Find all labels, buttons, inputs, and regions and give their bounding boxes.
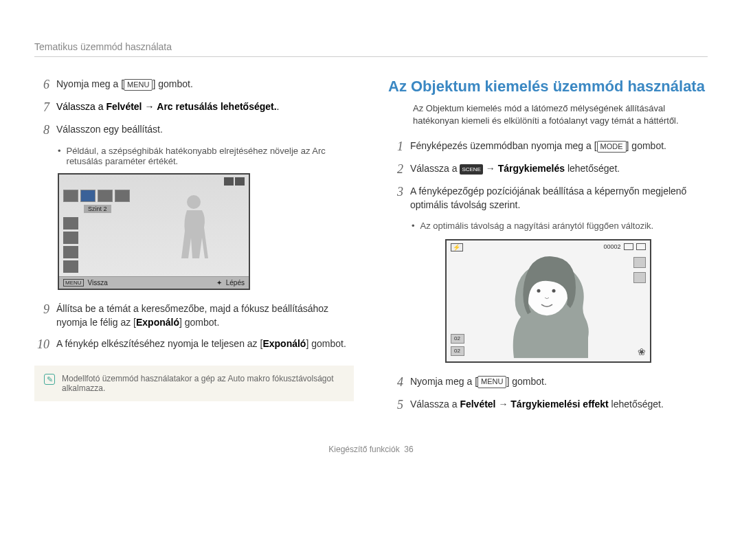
back-label: Vissza (88, 279, 108, 287)
left-column: 6 Nyomja meg a [MENU] gombot. 7 Válassza… (34, 78, 354, 421)
blur-indicator-icon: 02 (451, 334, 464, 344)
svg-point-2 (552, 289, 555, 292)
camera-screen-face-retouch: Szint 2 MENUVissza ✦Lépés (58, 173, 250, 290)
step-7: 7 Válassza a Felvétel → Arc retusálás le… (34, 100, 354, 115)
macro-icon: ❀ (638, 346, 646, 357)
menu-key: MENU (477, 376, 506, 388)
nav-icon: ✦ (216, 279, 222, 287)
side-icon-4 (63, 260, 78, 273)
step-1: 1 Fényképezés üzemmódban nyomja meg a [M… (388, 139, 708, 154)
side-icon-3 (63, 246, 78, 258)
step-8: 8 Válasszon egy beállítást. (34, 123, 354, 137)
page-footer: Kiegészítő funkciók 36 (34, 445, 708, 454)
menu-key-icon: MENU (63, 279, 84, 287)
quality-icon (633, 272, 646, 283)
retouch-icon-1 (63, 190, 78, 202)
resolution-icon (633, 257, 646, 268)
camera-screen-portrait: ⚡ 00002 02 02 ❀ (445, 239, 651, 363)
step-5: 5 Válassza a Felvétel → Tárgykiemelési e… (388, 398, 708, 412)
retouch-icon-4 (115, 190, 130, 202)
section-title: Az Objektum kiemelés üzemmód használata (388, 78, 708, 96)
step-8-bullet: • Például, a szépséghibák hatékonyabb el… (58, 146, 354, 166)
step-4: 4 Nyomja meg a [MENU] gombot. (388, 375, 708, 390)
flash-icon (224, 177, 234, 186)
side-icon-1 (63, 217, 78, 229)
level-label: Szint 2 (84, 205, 111, 213)
scene-icon: SCENE (460, 164, 483, 175)
mode-icon (235, 177, 245, 186)
battery-icon (636, 243, 646, 250)
step-6: 6 Nyomja meg a [MENU] gombot. (34, 78, 354, 92)
menu-key: MENU (124, 79, 153, 91)
svg-point-1 (537, 289, 540, 292)
portrait-silhouette (486, 248, 610, 358)
section-intro: Az Objektum kiemelés mód a látómező mély… (413, 102, 708, 127)
page-header: Tematikus üzemmód használata (34, 41, 708, 57)
step-label: Lépés (226, 279, 245, 287)
step-10: 10 A fénykép elkészítéséhez nyomja le te… (34, 337, 354, 352)
step-9: 9 Állítsa be a témát a keresőmezőbe, maj… (34, 302, 354, 329)
side-icon-2 (63, 232, 78, 244)
person-silhouette (173, 188, 214, 271)
right-column: Az Objektum kiemelés üzemmód használata … (388, 78, 708, 421)
retouch-icon-2 (80, 190, 95, 202)
step-2: 2 Válassza a SCENE → Tárgykiemelés lehet… (388, 162, 708, 177)
tone-indicator-icon: 02 (451, 346, 464, 356)
step-3-bullet: • Az optimális távolság a nagyítási arán… (412, 221, 708, 231)
note-icon: ✎ (44, 374, 55, 385)
header-title: Tematikus üzemmód használata (34, 41, 172, 52)
note-box: ✎ Modellfotó üzemmód használatakor a gép… (34, 366, 354, 401)
card-icon (624, 243, 633, 250)
flash-indicator-icon: ⚡ (451, 243, 463, 251)
retouch-icon-3 (98, 190, 113, 202)
step-3: 3 A fényképezőgép pozíciójának beállítás… (388, 185, 708, 212)
main-columns: 6 Nyomja meg a [MENU] gombot. 7 Válassza… (34, 78, 708, 421)
mode-key: MODE (597, 141, 627, 153)
